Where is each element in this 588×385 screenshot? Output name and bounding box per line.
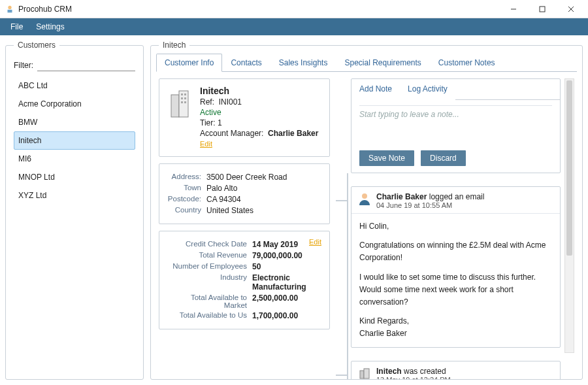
timeline-item: Charlie Baker logged an email 04 June 19… bbox=[351, 186, 561, 348]
svg-rect-13 bbox=[184, 101, 186, 103]
menu-file[interactable]: File bbox=[4, 20, 29, 34]
email-line: Congratulations on winning the £2.5M dea… bbox=[359, 239, 552, 264]
industry-value: Electronic Manufacturing bbox=[252, 273, 321, 292]
revenue-label: Total Revenue bbox=[167, 251, 252, 260]
tab-sales-insights[interactable]: Sales Insights bbox=[270, 54, 336, 71]
svg-rect-9 bbox=[184, 93, 186, 95]
tau-value: 1,700,000.00 bbox=[252, 311, 321, 320]
customer-item[interactable]: BMW bbox=[14, 113, 135, 131]
note-composer-card: Add Note Log Activity Save Note Discard bbox=[351, 78, 561, 173]
employees-label: Number of Employees bbox=[167, 262, 252, 271]
detail-panel: Initech Customer Info Contacts Sales Ins… bbox=[150, 41, 583, 380]
tab-customer-info[interactable]: Customer Info bbox=[156, 54, 222, 72]
svg-rect-12 bbox=[181, 101, 183, 103]
customers-legend: Customers bbox=[14, 41, 59, 50]
customer-item[interactable]: ABC Ltd bbox=[14, 76, 135, 95]
timeline-actor: Initech bbox=[376, 367, 402, 376]
svg-rect-3 bbox=[540, 7, 545, 12]
edit-stats-link[interactable]: Edit bbox=[309, 238, 321, 246]
tab-special-requirements[interactable]: Special Requirements bbox=[336, 54, 429, 71]
status-badge: Active bbox=[200, 108, 318, 117]
tam-value: 2,500,000.00 bbox=[252, 293, 321, 309]
timeline-action: was created bbox=[404, 367, 446, 376]
address-value: 3500 Deer Creek Road bbox=[206, 173, 321, 182]
edit-company-link[interactable]: Edit bbox=[200, 140, 212, 148]
tam-label: Total Available to Market bbox=[167, 293, 252, 309]
customer-list: ABC Ltd Acme Corporation BMW Initech MI6… bbox=[14, 76, 135, 205]
filter-label: Filter: bbox=[14, 61, 33, 70]
window-close-button[interactable] bbox=[557, 0, 585, 18]
account-manager: Charlie Baker bbox=[268, 129, 318, 138]
postcode-label: Postcode: bbox=[167, 195, 206, 204]
note-tab-add[interactable]: Add Note bbox=[351, 79, 400, 100]
country-label: Country bbox=[167, 206, 206, 215]
email-line: Hi Colin, bbox=[359, 220, 552, 233]
window-minimize-button[interactable] bbox=[499, 0, 528, 18]
discard-note-button[interactable]: Discard bbox=[421, 150, 466, 166]
address-card: Address:3500 Deer Creek Road TownPalo Al… bbox=[159, 163, 330, 224]
svg-rect-16 bbox=[364, 369, 369, 378]
tab-contacts[interactable]: Contacts bbox=[222, 54, 270, 71]
country-value: United States bbox=[206, 206, 321, 215]
ref-value: INI001 bbox=[219, 97, 242, 107]
svg-rect-15 bbox=[360, 371, 364, 378]
svg-rect-1 bbox=[8, 9, 12, 12]
employees-value: 50 bbox=[252, 262, 321, 271]
note-input[interactable] bbox=[359, 105, 552, 142]
window-titlebar: Procohub CRM bbox=[0, 0, 588, 18]
activity-thread: Charlie Baker logged an email 04 June 19… bbox=[351, 173, 561, 380]
ref-label: Ref: bbox=[200, 97, 214, 107]
credit-check-label: Credit Check Date bbox=[167, 240, 252, 249]
email-line: Charlie Baker bbox=[359, 329, 407, 338]
window-maximize-button[interactable] bbox=[528, 0, 557, 18]
svg-rect-7 bbox=[179, 91, 188, 117]
address-label: Address: bbox=[167, 173, 206, 182]
menu-settings[interactable]: Settings bbox=[29, 20, 71, 34]
postcode-value: CA 94304 bbox=[206, 195, 321, 204]
timeline-item: Initech was created 13 May 19 at 12:24 P… bbox=[351, 361, 561, 380]
detail-tabs: Customer Info Contacts Sales Insights Sp… bbox=[156, 54, 577, 72]
account-manager-label: Account Manager: bbox=[200, 129, 263, 138]
vertical-scrollbar[interactable] bbox=[564, 78, 574, 353]
timeline-timestamp: 13 May 19 at 12:24 PM bbox=[376, 376, 451, 380]
customer-item[interactable]: Acme Corporation bbox=[14, 95, 135, 113]
customer-item[interactable]: MI6 bbox=[14, 150, 135, 168]
timeline-timestamp: 04 June 19 at 10:55 AM bbox=[376, 201, 484, 209]
email-line: Kind Regards, bbox=[359, 316, 409, 326]
person-icon bbox=[358, 192, 371, 205]
revenue-value: 79,000,000.00 bbox=[252, 251, 321, 260]
tier-value: 1 bbox=[218, 118, 222, 127]
industry-label: Industry bbox=[167, 273, 252, 292]
stats-card: Edit Credit Check Date14 May 2019 Total … bbox=[159, 231, 330, 329]
customer-item[interactable]: XYZ Ltd bbox=[14, 186, 135, 205]
building-icon bbox=[358, 367, 371, 380]
svg-rect-8 bbox=[181, 93, 183, 95]
credit-check-value: 14 May 2019 bbox=[252, 240, 309, 249]
timeline-action: logged an email bbox=[429, 192, 485, 201]
filter-input[interactable] bbox=[37, 59, 135, 71]
tab-customer-notes[interactable]: Customer Notes bbox=[430, 54, 504, 71]
svg-rect-10 bbox=[181, 97, 183, 99]
detail-legend: Initech bbox=[159, 41, 189, 50]
town-label: Town bbox=[167, 184, 206, 193]
customer-item[interactable]: MNOP Ltd bbox=[14, 168, 135, 186]
building-icon bbox=[167, 88, 193, 120]
timeline-actor: Charlie Baker bbox=[376, 192, 427, 201]
tau-label: Total Available to Us bbox=[167, 311, 252, 320]
company-name: Initech bbox=[200, 86, 318, 96]
town-value: Palo Alto bbox=[206, 184, 321, 193]
save-note-button[interactable]: Save Note bbox=[359, 150, 414, 166]
customer-item[interactable]: Initech bbox=[14, 131, 135, 150]
svg-point-14 bbox=[362, 193, 367, 199]
company-summary-card: Initech Ref: INI001 Active Tier: 1 Accou… bbox=[159, 78, 330, 157]
svg-rect-11 bbox=[184, 97, 186, 99]
note-tab-log[interactable]: Log Activity bbox=[400, 79, 455, 100]
customers-panel: Customers Filter: ABC Ltd Acme Corporati… bbox=[5, 41, 144, 380]
app-logo-icon bbox=[5, 5, 14, 14]
menubar: File Settings bbox=[0, 18, 588, 35]
tier-label: Tier: bbox=[200, 118, 216, 127]
scrollbar-thumb[interactable] bbox=[566, 80, 572, 256]
svg-point-0 bbox=[8, 5, 11, 8]
svg-rect-6 bbox=[171, 95, 179, 117]
window-title: Procohub CRM bbox=[18, 5, 499, 14]
